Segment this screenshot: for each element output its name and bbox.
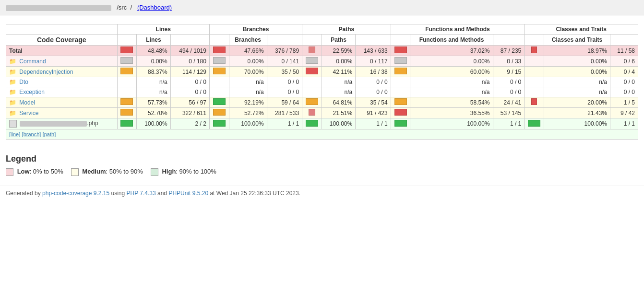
paths-bar xyxy=(302,77,322,87)
folder-link[interactable]: Dto xyxy=(19,79,28,85)
folder-icon: 📁 xyxy=(9,110,16,117)
file-icon xyxy=(9,120,17,128)
folder-name-cell: 📁 Model xyxy=(6,97,118,108)
classes-bar xyxy=(525,118,544,129)
branches-pct: 92.19% xyxy=(229,97,267,108)
funcs-pct: 37.02% xyxy=(410,46,493,56)
col-functions-label: Functions and Methods xyxy=(410,35,493,46)
paths-pct: 22.59% xyxy=(322,46,355,56)
lines-bar xyxy=(117,108,137,118)
lines-pct: 57.73% xyxy=(137,97,170,108)
links-cell: [line] [branch] [path] xyxy=(6,129,638,140)
folder-icon: 📁 xyxy=(9,69,16,75)
php-link[interactable]: PHP 7.4.33 xyxy=(127,190,156,197)
lines-pct: 52.70% xyxy=(137,108,170,118)
lines-frac: 2 / 2 xyxy=(170,118,209,129)
legend-high-range: : 90% to 100% xyxy=(176,168,216,175)
branches-bar xyxy=(209,108,229,118)
folder-icon: 📁 xyxy=(9,58,16,65)
folder-link[interactable]: Command xyxy=(19,58,46,65)
funcs-bar xyxy=(391,56,410,67)
classes-pct: 100.00% xyxy=(544,118,610,129)
classes-bar xyxy=(525,97,544,108)
legend-low-box xyxy=(6,168,13,176)
lines-bar xyxy=(117,97,137,108)
funcs-frac: 24 / 41 xyxy=(493,97,525,108)
paths-pct: 0.00% xyxy=(322,56,355,67)
classes-frac: 0 / 0 xyxy=(610,77,638,87)
legend-high-label: High xyxy=(162,168,176,175)
lines-frac: 494 / 1019 xyxy=(170,46,209,56)
folder-name-cell: 📁 Exception xyxy=(6,87,118,97)
col-classes-label: Classes and Traits xyxy=(544,35,610,46)
funcs-frac: 0 / 0 xyxy=(493,77,525,87)
folder-link[interactable]: Exception xyxy=(19,89,45,95)
legend-section: Legend Low: 0% to 50% Medium: 50% to 90%… xyxy=(0,144,644,181)
line-link[interactable]: [line] xyxy=(9,131,20,137)
blurred-filename xyxy=(20,121,87,127)
paths-pct: 100.00% xyxy=(322,118,355,129)
lines-bar xyxy=(117,77,137,87)
lines-pct: n/a xyxy=(137,77,170,87)
table-row: Total 48.48% 494 / 1019 47.66% 376 / 789… xyxy=(6,46,638,56)
col-lines-label: Lines xyxy=(137,35,170,46)
folder-link[interactable]: DependencyInjection xyxy=(19,69,73,75)
paths-bar xyxy=(302,118,322,129)
legend-medium-box xyxy=(71,168,79,176)
lines-frac: 0 / 180 xyxy=(170,56,209,67)
lines-pct: 100.00% xyxy=(137,118,170,129)
folder-link[interactable]: Service xyxy=(19,110,38,117)
paths-bar xyxy=(302,87,322,97)
funcs-pct: n/a xyxy=(410,77,493,87)
funcs-pct: 58.54% xyxy=(410,97,493,108)
classes-frac: 0 / 0 xyxy=(610,87,638,97)
paths-pct: n/a xyxy=(322,77,355,87)
classes-frac: 11 / 58 xyxy=(610,46,638,56)
branches-bar xyxy=(209,67,229,77)
funcs-frac: 53 / 145 xyxy=(493,108,525,118)
php-coverage-link[interactable]: php-code-coverage 9.2.15 xyxy=(42,190,109,197)
classes-pct: 0.00% xyxy=(544,67,610,77)
table-row: 📁 Dto n/a 0 / 0 n/a 0 / 0 n/a 0 / 0 n/a … xyxy=(6,77,638,87)
paths-bar xyxy=(302,108,322,118)
branches-bar xyxy=(209,118,229,129)
total-name-cell: Total xyxy=(6,46,118,56)
lines-pct: 88.37% xyxy=(137,67,170,77)
phpunit-link[interactable]: PHPUnit 9.5.20 xyxy=(168,190,208,197)
branch-link[interactable]: [branch] xyxy=(22,131,41,137)
table-row: 📁 Command 0.00% 0 / 180 0.00% 0 / 141 0.… xyxy=(6,56,638,67)
funcs-bar xyxy=(391,46,410,56)
paths-bar xyxy=(302,97,322,108)
branches-pct: 70.00% xyxy=(229,67,267,77)
funcs-bar xyxy=(391,97,410,108)
branches-pct: 0.00% xyxy=(229,56,267,67)
col-paths-label: Paths xyxy=(322,35,355,46)
col-branches-label: Branches xyxy=(229,35,267,46)
table-row: 📁 Service 52.70% 322 / 611 52.72% 281 / … xyxy=(6,108,638,118)
funcs-bar xyxy=(391,67,410,77)
folder-link[interactable]: Model xyxy=(19,99,35,106)
col-header-functions: Functions and Methods xyxy=(391,24,525,35)
classes-frac: 1 / 1 xyxy=(610,118,638,129)
table-row: 📁 DependencyInjection 88.37% 114 / 129 7… xyxy=(6,67,638,77)
folder-name-cell: 📁 Command xyxy=(6,56,118,67)
classes-bar xyxy=(525,108,544,118)
legend-medium-range: : 50% to 90% xyxy=(106,168,143,175)
dashboard-link[interactable]: (Dashboard) xyxy=(137,4,172,11)
funcs-frac: 1 / 1 xyxy=(493,118,525,129)
paths-frac: 91 / 423 xyxy=(356,108,391,118)
classes-pct: 20.00% xyxy=(544,97,610,108)
lines-pct: 48.48% xyxy=(137,46,170,56)
funcs-frac: 0 / 33 xyxy=(493,56,525,67)
classes-frac: 0 / 4 xyxy=(610,67,638,77)
folder-icon: 📁 xyxy=(9,89,16,95)
branches-frac: 59 / 64 xyxy=(267,97,302,108)
legend-low-label: Low xyxy=(17,168,30,175)
branches-bar xyxy=(209,97,229,108)
lines-bar xyxy=(117,67,137,77)
lines-bar xyxy=(117,118,137,129)
table-title: Code Coverage xyxy=(6,35,118,46)
path-link[interactable]: [path] xyxy=(43,131,56,137)
branches-frac: 1 / 1 xyxy=(267,118,302,129)
branches-bar xyxy=(209,77,229,87)
